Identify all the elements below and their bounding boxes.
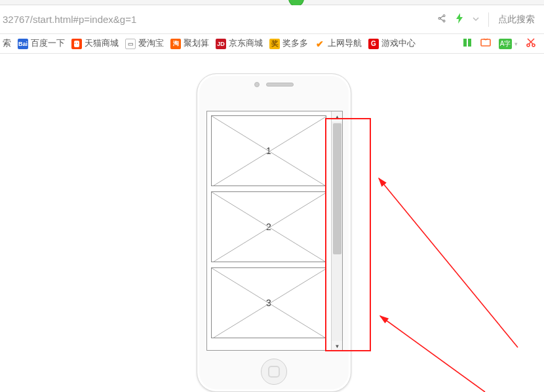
bookmark-label: 天猫商城 <box>85 38 119 49</box>
phone-speaker-area <box>254 82 294 87</box>
svg-line-4 <box>440 19 444 21</box>
bookmark-item[interactable]: 天猫商城 <box>71 38 119 49</box>
address-bar: 32767/start.html#p=index&g=1 点此搜索 <box>0 5 544 34</box>
bookmark-item[interactable]: Bai 百度一下 <box>18 38 65 49</box>
home-button-square-icon <box>268 366 280 378</box>
svg-point-8 <box>527 44 530 47</box>
chevron-down-icon[interactable] <box>473 15 479 24</box>
screen-scroll-area[interactable]: 1 2 3 <box>207 111 332 351</box>
page-content: XT 网 1 2 3 ▲ <box>0 54 544 392</box>
phone-frame: 1 2 3 ▲ ▼ <box>197 73 351 392</box>
bookmark-item[interactable]: 索 <box>3 38 11 49</box>
wireframe-box[interactable]: 3 <box>211 267 326 338</box>
chevron-down-icon[interactable]: ▾ <box>515 41 518 47</box>
tv-icon[interactable] <box>480 38 491 49</box>
bookmark-label: 百度一下 <box>31 38 65 49</box>
scroll-thumb[interactable] <box>333 123 341 254</box>
bookmark-label: 上网导航 <box>328 38 362 49</box>
share-icon[interactable] <box>437 14 446 25</box>
svg-line-12 <box>212 116 326 186</box>
ju-icon: 淘 <box>170 39 181 49</box>
bookmark-item[interactable]: JD 京东商城 <box>216 38 263 49</box>
bookmark-item[interactable]: ▭ 爱淘宝 <box>125 38 164 49</box>
bookmark-label: 聚划算 <box>184 38 209 49</box>
bookmark-item[interactable]: ✔ 上网导航 <box>315 38 362 49</box>
scissors-icon[interactable] <box>526 37 536 50</box>
svg-point-9 <box>532 44 535 47</box>
camera-dot <box>254 82 260 87</box>
url-text[interactable]: 32767/start.html#p=index&g=1 <box>0 14 437 25</box>
scroll-down-button[interactable]: ▼ <box>332 341 343 351</box>
bookmark-item[interactable]: 奖 奖多多 <box>269 38 308 49</box>
phone-screen: 1 2 3 ▲ ▼ <box>206 111 343 351</box>
svg-line-14 <box>212 192 326 262</box>
game-icon: G <box>368 39 379 49</box>
utility-tray: A字 ▾ <box>462 37 541 50</box>
svg-line-16 <box>212 268 326 338</box>
speaker-slot <box>266 83 294 87</box>
search-input[interactable]: 点此搜索 <box>498 14 535 26</box>
book-icon[interactable] <box>462 37 473 50</box>
bolt-icon[interactable] <box>456 13 463 26</box>
bookmark-item[interactable]: 淘 聚划算 <box>170 38 209 49</box>
wireframe-box[interactable]: 2 <box>211 191 326 262</box>
tab-strip <box>0 0 544 5</box>
tmall-icon <box>71 39 82 49</box>
bookmark-label: 爱淘宝 <box>138 38 164 49</box>
svg-line-3 <box>440 16 444 18</box>
divider <box>488 12 489 27</box>
wireframe-box[interactable]: 1 <box>211 115 326 186</box>
bookmarks-bar: 索 Bai 百度一下 天猫商城 ▭ 爱淘宝 淘 聚划算 JD 京东商城 奖 奖多… <box>0 34 544 54</box>
bookmark-label: 奖多多 <box>282 38 308 49</box>
home-button[interactable] <box>261 359 287 385</box>
baidu-icon: Bai <box>18 39 28 49</box>
address-bar-right: 点此搜索 <box>437 12 544 27</box>
scroll-up-button[interactable]: ▲ <box>332 111 343 122</box>
award-icon: 奖 <box>269 39 280 49</box>
jd-icon: JD <box>216 39 226 49</box>
bookmark-label: 索 <box>3 38 11 49</box>
svg-rect-5 <box>481 39 490 46</box>
translate-icon[interactable]: A字 <box>499 39 512 49</box>
bookmark-label: 游戏中心 <box>381 38 416 49</box>
scrollbar[interactable]: ▲ ▼ <box>331 111 342 351</box>
bookmark-label: 京东商城 <box>229 38 263 49</box>
hao-icon: ✔ <box>315 39 325 49</box>
page-icon: ▭ <box>125 39 136 49</box>
bookmark-item[interactable]: G 游戏中心 <box>368 38 416 49</box>
